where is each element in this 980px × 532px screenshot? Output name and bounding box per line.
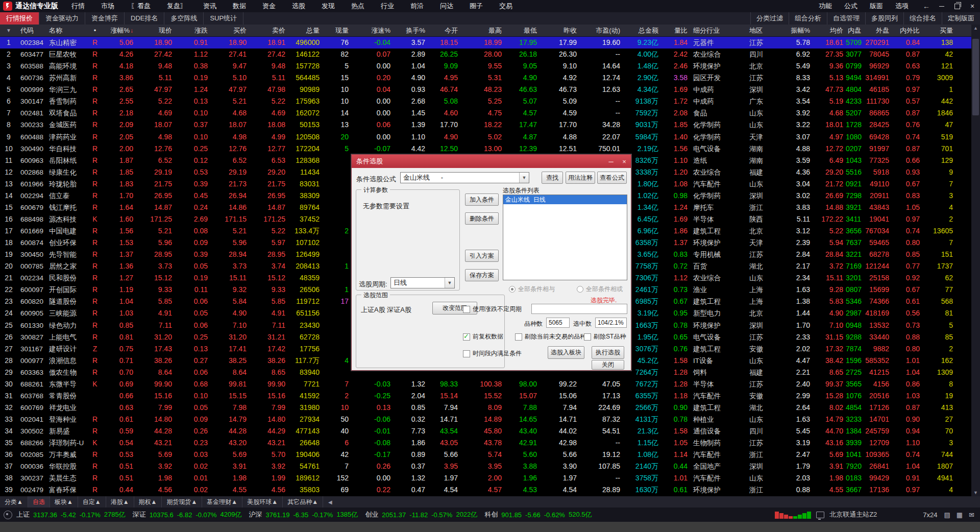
menu-item-前沿[interactable]: 前沿 bbox=[402, 2, 432, 11]
mail-icon[interactable]: ✉ bbox=[967, 511, 976, 519]
menu-item-版面[interactable]: 版面 bbox=[864, 2, 889, 11]
checkbox-icon[interactable] bbox=[463, 306, 470, 313]
column-header-open[interactable]: 今开 bbox=[428, 25, 460, 36]
column-header-pct[interactable]: 涨幅%↓ bbox=[105, 25, 136, 36]
close-dialog-button[interactable]: 关闭 bbox=[592, 360, 624, 370]
menu-item-资讯[interactable]: 资讯 bbox=[195, 2, 225, 11]
tab-scroll-left-icon[interactable]: ◀ bbox=[325, 496, 335, 507]
menu-item-问达[interactable]: 问达 bbox=[432, 2, 461, 11]
column-header-out[interactable]: 外盘 bbox=[864, 25, 892, 36]
table-row[interactable]: 2603477巨星农牧R4.2627.421.1227.4127.4214612… bbox=[0, 49, 980, 60]
column-header-io[interactable]: 内外比 bbox=[892, 25, 922, 36]
menu-item-市场[interactable]: 市场 bbox=[93, 2, 122, 11]
formula-combobox[interactable]: 金山米线 - ▼ bbox=[400, 172, 529, 183]
column-header-spd[interactable]: 涨速% bbox=[351, 25, 393, 36]
tab-行情报价[interactable]: 行情报价 bbox=[0, 12, 39, 25]
board-icon[interactable]: ▦ bbox=[955, 511, 964, 519]
menu-item-〖看盘[interactable]: 〖看盘 bbox=[122, 2, 159, 11]
tool-定制版面[interactable]: 定制版面 bbox=[942, 12, 980, 25]
column-header-name[interactable]: 名称 bbox=[46, 25, 85, 36]
menu-item-复盘〗[interactable]: 复盘〗 bbox=[159, 2, 195, 11]
table-row[interactable]: 37000036华联控股R0.513.920.023.913.925476170… bbox=[0, 461, 980, 472]
tab-资金驱动力[interactable]: 资金驱动力 bbox=[39, 12, 85, 25]
column-header-avg[interactable]: 均价 bbox=[813, 25, 846, 36]
scroll-down-icon[interactable]: ▼ bbox=[973, 489, 978, 496]
grid-icon[interactable]: ▤ bbox=[943, 511, 952, 519]
menu-item-数据[interactable]: 数据 bbox=[225, 2, 254, 11]
column-header-bvol[interactable]: 买量 bbox=[922, 25, 955, 36]
condition-listbox[interactable]: 金山米线 日线 bbox=[503, 195, 627, 280]
add-condition-button[interactable]: 加入条件 bbox=[465, 194, 499, 206]
market-tab-分类[interactable]: 分类▲ bbox=[0, 496, 28, 507]
server-name[interactable]: 北京联通主站Z2 bbox=[829, 510, 877, 519]
monitor-icon[interactable] bbox=[816, 512, 824, 518]
column-header-low[interactable]: 最低 bbox=[504, 25, 540, 36]
tab-多空阵线[interactable]: 多空阵线 bbox=[164, 12, 204, 25]
market-tab-美股环球[interactable]: 美股环球▲ bbox=[242, 496, 283, 507]
period-combobox[interactable]: 日线 ▼ bbox=[390, 277, 455, 288]
market-tab-板块[interactable]: 板块▲ bbox=[50, 496, 78, 507]
variable-period-input[interactable] bbox=[531, 304, 627, 314]
checkbox-time-range[interactable]: 时间段内满足条件 bbox=[463, 349, 522, 358]
table-row[interactable]: 39002479富春环保R0.444.560.024.554.563580369… bbox=[0, 484, 980, 496]
table-row[interactable]: 3603588高能环境R4.189.480.389.479.4815772850… bbox=[0, 60, 980, 72]
column-header-pad[interactable] bbox=[955, 25, 971, 36]
market-tab-其它品种[interactable]: 其它品种▲ bbox=[283, 496, 323, 507]
menu-item-资金[interactable]: 资金 bbox=[254, 2, 284, 11]
checkbox-exclude-untraded[interactable]: 剔除当前未交易的品种 bbox=[515, 332, 586, 341]
view-formula-button[interactable]: 查看公式 bbox=[597, 172, 627, 184]
table-row[interactable]: 38300237美晨生态R0.511.980.011.981.991896121… bbox=[0, 472, 980, 484]
market-tab-期货现货[interactable]: 期货现货▲ bbox=[162, 496, 202, 507]
table-row[interactable]: 33002041登海种业R0.6114.800.0914.7914.802793… bbox=[0, 414, 980, 425]
column-header-vol[interactable]: 总量 bbox=[288, 25, 322, 36]
table-row[interactable]: 8300233金城医药R2.0918.070.3718.0718.0850153… bbox=[0, 119, 980, 131]
chevron-down-icon[interactable]: ▼ bbox=[445, 278, 454, 288]
table-row[interactable]: 1002384东山精密R5.0618.900.9118.9018.9149600… bbox=[0, 37, 980, 49]
find-button[interactable]: 查找 bbox=[542, 172, 563, 184]
index-quote-创业[interactable]: 创业2051.37-11.82-0.57%2022亿 bbox=[365, 510, 477, 519]
column-header-code[interactable]: 代码 bbox=[17, 25, 46, 36]
table-row[interactable]: 5000999华润三九R2.6547.971.2447.9747.9890989… bbox=[0, 84, 980, 95]
dialog-title-bar[interactable]: 条件选股 ─ × bbox=[352, 155, 631, 168]
menu-item-发现[interactable]: 发现 bbox=[313, 2, 343, 11]
menu-item-热点[interactable]: 热点 bbox=[343, 2, 373, 11]
checkbox-icon[interactable] bbox=[463, 350, 470, 357]
restore-icon[interactable] bbox=[949, 0, 965, 12]
tool-分类过滤[interactable]: 分类过滤 bbox=[750, 12, 789, 25]
market-tab-港股[interactable]: 港股▲ bbox=[106, 496, 134, 507]
column-header-ind[interactable]: 细分行业 bbox=[690, 25, 746, 36]
column-header-area[interactable]: 地区 bbox=[746, 25, 779, 36]
index-quote-深证[interactable]: 深证10375.6-6.82-0.07%4209亿 bbox=[133, 510, 242, 519]
table-row[interactable]: 32600769祥龙电业0.637.990.057.987.9931980100… bbox=[0, 402, 980, 414]
menu-item-公式[interactable]: 公式 bbox=[838, 2, 864, 11]
column-header-seq[interactable]: ▼ bbox=[0, 25, 17, 36]
menu-item-功能[interactable]: 功能 bbox=[813, 2, 838, 11]
menu-item-交易[interactable]: 交易 bbox=[491, 2, 521, 11]
chevron-down-icon[interactable]: ▼ bbox=[519, 173, 529, 183]
checkbox-exclude-st[interactable]: 剔除ST品种 bbox=[584, 332, 626, 341]
table-row[interactable]: 7002481双塔食品R2.184.690.104.684.6916207214… bbox=[0, 107, 980, 119]
column-header-mark[interactable]: • bbox=[85, 25, 105, 36]
usage-note-button[interactable]: 用法注释 bbox=[566, 172, 595, 184]
back-icon[interactable]: ← bbox=[919, 0, 934, 12]
close-icon[interactable]: × bbox=[965, 0, 980, 12]
filter-icon[interactable]: ▼ bbox=[6, 28, 11, 33]
column-header-price[interactable]: 现价 bbox=[136, 25, 175, 36]
tool-综合排名[interactable]: 综合排名 bbox=[903, 12, 942, 25]
tool-自选管理[interactable]: 自选管理 bbox=[827, 12, 865, 25]
dialog-close-icon[interactable]: × bbox=[618, 155, 631, 168]
index-quote-科创[interactable]: 科创901.85-5.66-0.62%520.5亿 bbox=[484, 510, 592, 519]
column-header-pe[interactable]: 市盈(动) bbox=[579, 25, 623, 36]
table-row[interactable]: 36002085万丰奥威R0.535.690.035.695.701904064… bbox=[0, 449, 980, 461]
column-header-inn[interactable]: 内盘 bbox=[846, 25, 864, 36]
column-header-high[interactable]: 最高 bbox=[460, 25, 504, 36]
save-plan-button[interactable]: 保存方案 bbox=[465, 269, 499, 281]
shield-icon[interactable] bbox=[4, 511, 12, 519]
column-header-ask[interactable]: 卖价 bbox=[249, 25, 288, 36]
checkbox-icon[interactable] bbox=[515, 333, 522, 341]
column-header-bid[interactable]: 买价 bbox=[210, 25, 249, 36]
column-header-chg[interactable]: 涨跌 bbox=[175, 25, 210, 36]
column-header-turn[interactable]: 换手% bbox=[393, 25, 428, 36]
checkbox-icon[interactable] bbox=[584, 333, 591, 341]
table-row[interactable]: 10300490华自科技R2.0012.760.2512.7612.771722… bbox=[0, 143, 980, 155]
